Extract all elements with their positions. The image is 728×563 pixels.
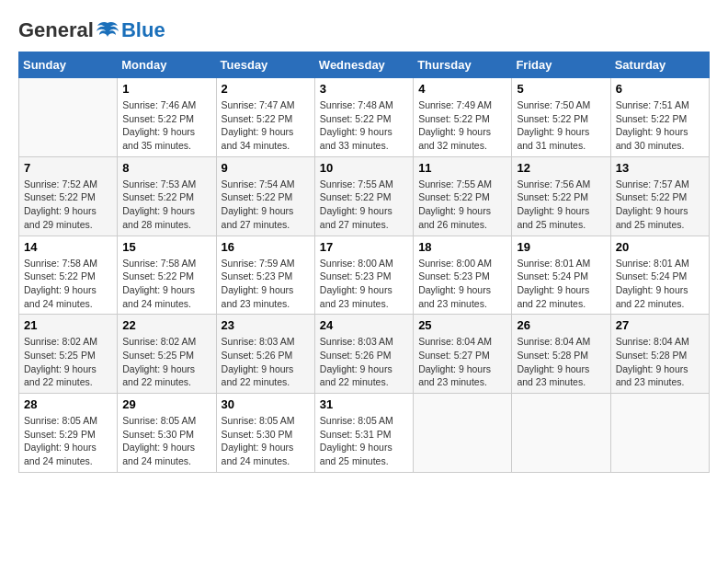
daylight-text: Daylight: 9 hours and 31 minutes.	[517, 126, 589, 151]
sunrise-text: Sunrise: 7:58 AM	[24, 258, 97, 269]
sunset-text: Sunset: 5:23 PM	[222, 270, 293, 282]
sunset-text: Sunset: 5:29 PM	[24, 429, 96, 440]
sunset-text: Sunset: 5:22 PM	[320, 113, 392, 124]
day-number: 3	[320, 82, 408, 96]
day-info: Sunrise: 8:04 AMSunset: 5:28 PMDaylight:…	[616, 335, 704, 389]
daylight-text: Daylight: 9 hours and 25 minutes.	[517, 205, 589, 230]
daylight-text: Daylight: 9 hours and 35 minutes.	[122, 126, 195, 151]
calendar-week-row: 1Sunrise: 7:46 AMSunset: 5:22 PMDaylight…	[19, 78, 710, 157]
daylight-text: Daylight: 9 hours and 32 minutes.	[418, 126, 491, 151]
day-info: Sunrise: 7:47 AMSunset: 5:22 PMDaylight:…	[222, 98, 310, 153]
sunset-text: Sunset: 5:30 PM	[122, 429, 194, 440]
sunrise-text: Sunrise: 8:04 AM	[616, 336, 689, 347]
day-number: 23	[222, 318, 310, 332]
daylight-text: Daylight: 9 hours and 28 minutes.	[122, 205, 195, 230]
day-info: Sunrise: 7:55 AMSunset: 5:22 PMDaylight:…	[320, 178, 408, 232]
calendar-day-cell: 20Sunrise: 8:01 AMSunset: 5:24 PMDayligh…	[610, 236, 709, 315]
daylight-text: Daylight: 9 hours and 22 minutes.	[222, 363, 294, 388]
day-info: Sunrise: 8:05 AMSunset: 5:31 PMDaylight:…	[320, 414, 408, 468]
sunrise-text: Sunrise: 7:52 AM	[24, 178, 97, 190]
day-info: Sunrise: 8:02 AMSunset: 5:25 PMDaylight:…	[122, 335, 210, 389]
logo-bird-icon	[96, 21, 119, 41]
sunrise-text: Sunrise: 7:54 AM	[222, 178, 295, 190]
daylight-text: Daylight: 9 hours and 34 minutes.	[222, 126, 294, 151]
day-info: Sunrise: 7:53 AMSunset: 5:22 PMDaylight:…	[122, 178, 210, 232]
calendar-day-cell: 21Sunrise: 8:02 AMSunset: 5:25 PMDayligh…	[19, 315, 118, 394]
day-info: Sunrise: 7:54 AMSunset: 5:22 PMDaylight:…	[222, 178, 310, 232]
calendar-day-cell: 28Sunrise: 8:05 AMSunset: 5:29 PMDayligh…	[19, 394, 118, 473]
calendar-week-row: 21Sunrise: 8:02 AMSunset: 5:25 PMDayligh…	[19, 315, 710, 394]
sunset-text: Sunset: 5:22 PM	[418, 113, 490, 124]
day-info: Sunrise: 7:56 AMSunset: 5:22 PMDaylight:…	[517, 178, 605, 232]
day-info: Sunrise: 8:04 AMSunset: 5:27 PMDaylight:…	[418, 335, 506, 389]
sunset-text: Sunset: 5:28 PM	[517, 350, 588, 361]
sunset-text: Sunset: 5:30 PM	[222, 429, 293, 440]
sunset-text: Sunset: 5:22 PM	[517, 113, 588, 124]
daylight-text: Daylight: 9 hours and 24 minutes.	[122, 284, 195, 309]
sunrise-text: Sunrise: 8:03 AM	[320, 336, 393, 347]
sunrise-text: Sunrise: 8:05 AM	[320, 415, 393, 426]
calendar-day-cell: 16Sunrise: 7:59 AMSunset: 5:23 PMDayligh…	[216, 236, 314, 315]
sunrise-text: Sunrise: 8:02 AM	[24, 336, 97, 347]
daylight-text: Daylight: 9 hours and 22 minutes.	[517, 284, 589, 309]
sunset-text: Sunset: 5:22 PM	[122, 270, 194, 282]
calendar-day-cell: 22Sunrise: 8:02 AMSunset: 5:25 PMDayligh…	[118, 315, 216, 394]
calendar-header-row: Sunday Monday Tuesday Wednesday Thursday…	[19, 52, 710, 78]
calendar-day-cell	[19, 78, 118, 157]
day-info: Sunrise: 7:58 AMSunset: 5:22 PMDaylight:…	[24, 257, 112, 311]
daylight-text: Daylight: 9 hours and 24 minutes.	[122, 442, 195, 466]
calendar-day-cell: 17Sunrise: 8:00 AMSunset: 5:23 PMDayligh…	[314, 236, 413, 315]
sunset-text: Sunset: 5:22 PM	[418, 191, 490, 202]
calendar-day-cell	[610, 394, 709, 473]
calendar-day-cell	[512, 394, 610, 473]
daylight-text: Daylight: 9 hours and 25 minutes.	[320, 442, 392, 466]
calendar-day-cell: 19Sunrise: 8:01 AMSunset: 5:24 PMDayligh…	[512, 236, 610, 315]
calendar-day-cell: 6Sunrise: 7:51 AMSunset: 5:22 PMDaylight…	[610, 78, 709, 157]
sunrise-text: Sunrise: 8:04 AM	[418, 336, 492, 347]
col-friday: Friday	[512, 52, 610, 78]
calendar-day-cell: 5Sunrise: 7:50 AMSunset: 5:22 PMDaylight…	[512, 78, 610, 157]
calendar-day-cell: 14Sunrise: 7:58 AMSunset: 5:22 PMDayligh…	[19, 236, 118, 315]
calendar-day-cell: 7Sunrise: 7:52 AMSunset: 5:22 PMDaylight…	[19, 156, 118, 236]
day-number: 28	[24, 397, 112, 411]
calendar-day-cell: 18Sunrise: 8:00 AMSunset: 5:23 PMDayligh…	[414, 236, 512, 315]
sunrise-text: Sunrise: 8:05 AM	[24, 415, 97, 426]
day-number: 26	[517, 318, 605, 332]
daylight-text: Daylight: 9 hours and 23 minutes.	[418, 363, 491, 388]
sunset-text: Sunset: 5:28 PM	[616, 350, 688, 361]
daylight-text: Daylight: 9 hours and 27 minutes.	[222, 205, 294, 230]
day-number: 7	[24, 161, 112, 175]
day-number: 14	[24, 240, 112, 254]
daylight-text: Daylight: 9 hours and 22 minutes.	[320, 363, 392, 388]
calendar-day-cell: 15Sunrise: 7:58 AMSunset: 5:22 PMDayligh…	[118, 236, 216, 315]
sunset-text: Sunset: 5:23 PM	[320, 270, 392, 282]
page-header: General Blue	[18, 18, 710, 42]
day-number: 11	[418, 161, 506, 175]
calendar-day-cell: 8Sunrise: 7:53 AMSunset: 5:22 PMDaylight…	[118, 156, 216, 236]
calendar-day-cell: 1Sunrise: 7:46 AMSunset: 5:22 PMDaylight…	[118, 78, 216, 157]
sunset-text: Sunset: 5:22 PM	[122, 113, 194, 124]
day-number: 17	[320, 240, 408, 254]
day-number: 4	[418, 82, 506, 96]
calendar-day-cell: 24Sunrise: 8:03 AMSunset: 5:26 PMDayligh…	[314, 315, 413, 394]
calendar-week-row: 7Sunrise: 7:52 AMSunset: 5:22 PMDaylight…	[19, 156, 710, 236]
sunset-text: Sunset: 5:25 PM	[122, 350, 194, 361]
day-info: Sunrise: 7:55 AMSunset: 5:22 PMDaylight:…	[418, 178, 506, 232]
sunrise-text: Sunrise: 7:58 AM	[122, 258, 196, 269]
daylight-text: Daylight: 9 hours and 27 minutes.	[320, 205, 392, 230]
sunrise-text: Sunrise: 7:48 AM	[320, 99, 393, 110]
daylight-text: Daylight: 9 hours and 23 minutes.	[616, 363, 688, 388]
calendar-table: Sunday Monday Tuesday Wednesday Thursday…	[18, 52, 710, 473]
calendar-day-cell: 31Sunrise: 8:05 AMSunset: 5:31 PMDayligh…	[314, 394, 413, 473]
calendar-day-cell	[414, 394, 512, 473]
col-monday: Monday	[118, 52, 216, 78]
sunrise-text: Sunrise: 8:02 AM	[122, 336, 196, 347]
day-number: 20	[616, 240, 704, 254]
sunrise-text: Sunrise: 8:00 AM	[418, 258, 492, 269]
sunrise-text: Sunrise: 8:05 AM	[222, 415, 295, 426]
day-info: Sunrise: 7:51 AMSunset: 5:22 PMDaylight:…	[616, 98, 704, 153]
col-sunday: Sunday	[19, 52, 118, 78]
daylight-text: Daylight: 9 hours and 23 minutes.	[222, 284, 294, 309]
daylight-text: Daylight: 9 hours and 30 minutes.	[616, 126, 688, 151]
sunrise-text: Sunrise: 8:05 AM	[122, 415, 196, 426]
